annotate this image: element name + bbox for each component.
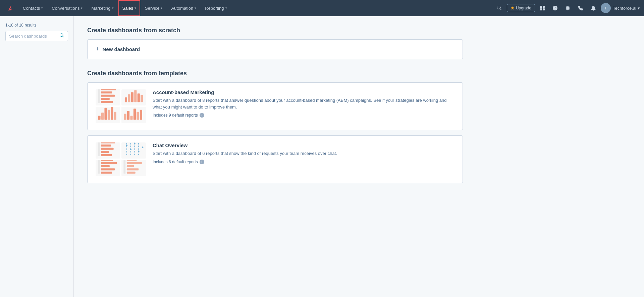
svg-rect-16 bbox=[141, 95, 143, 102]
svg-rect-48 bbox=[101, 172, 112, 174]
scratch-section-title: Create dashboards from scratch bbox=[87, 27, 463, 34]
abm-template-desc: Start with a dashboard of 8 reports that… bbox=[153, 97, 454, 110]
main-layout: 1-18 of 18 results Create dashboards fro… bbox=[0, 16, 644, 297]
svg-rect-33 bbox=[101, 154, 112, 156]
chevron-down-icon: ▾ bbox=[135, 6, 136, 10]
abm-template-name: Account-based Marketing bbox=[153, 89, 454, 95]
marketplace-icon[interactable] bbox=[537, 3, 548, 13]
svg-rect-20 bbox=[108, 110, 110, 120]
abm-chart-preview bbox=[96, 89, 146, 123]
svg-rect-8 bbox=[101, 98, 110, 100]
svg-point-40 bbox=[130, 148, 131, 150]
nav-service[interactable]: Service ▾ bbox=[141, 0, 166, 16]
svg-rect-47 bbox=[101, 168, 115, 170]
chevron-down-icon: ▾ bbox=[638, 6, 640, 11]
svg-rect-4 bbox=[543, 8, 545, 10]
chevron-down-icon: ▾ bbox=[225, 6, 227, 10]
svg-point-42 bbox=[138, 151, 140, 152]
svg-rect-51 bbox=[127, 162, 142, 164]
svg-rect-44 bbox=[101, 160, 113, 161]
svg-rect-46 bbox=[101, 165, 110, 167]
nav-reporting[interactable]: Reporting ▾ bbox=[201, 0, 231, 16]
svg-rect-25 bbox=[130, 116, 132, 120]
svg-rect-18 bbox=[101, 113, 104, 120]
svg-rect-9 bbox=[101, 101, 113, 103]
svg-rect-12 bbox=[128, 94, 130, 102]
svg-point-41 bbox=[134, 142, 136, 144]
chevron-down-icon: ▾ bbox=[112, 6, 114, 10]
search-icon[interactable] bbox=[60, 33, 64, 39]
plus-icon: + bbox=[96, 46, 99, 53]
svg-rect-32 bbox=[101, 151, 109, 153]
svg-rect-24 bbox=[127, 111, 129, 120]
svg-rect-53 bbox=[127, 168, 139, 170]
svg-rect-31 bbox=[101, 148, 114, 150]
chevron-down-icon: ▾ bbox=[195, 6, 196, 10]
svg-rect-19 bbox=[104, 108, 107, 120]
chevron-down-icon: ▾ bbox=[81, 6, 83, 10]
svg-rect-11 bbox=[125, 97, 127, 102]
svg-rect-1 bbox=[540, 6, 542, 8]
phone-icon[interactable] bbox=[575, 3, 586, 13]
chat-chart-mini-1 bbox=[96, 142, 120, 159]
search-box bbox=[5, 31, 68, 41]
svg-rect-7 bbox=[101, 95, 115, 97]
top-navigation: Contacts ▾ Conversations ▾ Marketing ▾ S… bbox=[0, 0, 644, 16]
svg-rect-49 bbox=[98, 160, 100, 173]
nav-sales[interactable]: Sales ▾ bbox=[118, 0, 141, 16]
svg-rect-29 bbox=[101, 142, 115, 143]
avatar[interactable]: T bbox=[601, 3, 611, 13]
svg-rect-15 bbox=[138, 93, 140, 102]
user-name-label[interactable]: Techforce.ai ▾ bbox=[613, 6, 640, 11]
nav-automation[interactable]: Automation ▾ bbox=[167, 0, 200, 16]
nav-right-actions: Upgrade T Techforce.ai ▾ bbox=[494, 3, 640, 13]
result-count: 1-18 of 18 results bbox=[5, 23, 68, 28]
main-content: Create dashboards from scratch + New das… bbox=[74, 16, 476, 297]
help-icon[interactable] bbox=[550, 3, 560, 13]
chart-mini-4 bbox=[121, 107, 146, 123]
info-icon[interactable]: i bbox=[200, 113, 204, 118]
abm-template-reports: Includes 9 default reports i bbox=[153, 113, 454, 118]
search-input[interactable] bbox=[9, 34, 57, 39]
nav-contacts[interactable]: Contacts ▾ bbox=[19, 0, 47, 16]
svg-rect-22 bbox=[114, 112, 116, 120]
svg-rect-30 bbox=[101, 144, 111, 146]
chat-template-info: Chat Overview Start with a dashboard of … bbox=[153, 142, 454, 164]
svg-point-43 bbox=[142, 146, 144, 148]
svg-rect-23 bbox=[124, 114, 126, 120]
svg-rect-50 bbox=[127, 160, 137, 161]
chevron-down-icon: ▾ bbox=[161, 6, 162, 10]
chat-chart-preview bbox=[96, 142, 146, 176]
abm-template-info: Account-based Marketing Start with a das… bbox=[153, 89, 454, 118]
chat-template-name: Chat Overview bbox=[153, 142, 454, 148]
nav-conversations[interactable]: Conversations ▾ bbox=[48, 0, 87, 16]
template-card-chat[interactable]: Chat Overview Start with a dashboard of … bbox=[87, 135, 463, 183]
templates-section: Create dashboards from templates bbox=[87, 70, 463, 183]
settings-icon[interactable] bbox=[562, 3, 573, 13]
chat-chart-mini-3 bbox=[96, 160, 120, 176]
svg-rect-6 bbox=[101, 91, 112, 93]
chat-template-desc: Start with a dashboard of 6 reports that… bbox=[153, 150, 454, 157]
chart-mini-3 bbox=[96, 107, 120, 123]
chat-chart-mini-2 bbox=[121, 142, 146, 159]
svg-rect-52 bbox=[127, 165, 134, 167]
svg-rect-27 bbox=[137, 112, 139, 120]
chat-template-reports: Includes 6 default reports i bbox=[153, 160, 454, 164]
svg-rect-55 bbox=[123, 160, 125, 173]
chevron-down-icon: ▾ bbox=[41, 6, 43, 10]
search-icon-button[interactable] bbox=[494, 3, 505, 13]
info-icon[interactable]: i bbox=[200, 160, 204, 164]
svg-rect-54 bbox=[127, 172, 136, 174]
svg-point-39 bbox=[126, 144, 127, 146]
chat-chart-mini-4 bbox=[121, 160, 146, 176]
new-dashboard-card[interactable]: + New dashboard bbox=[87, 39, 463, 59]
notifications-icon[interactable] bbox=[588, 3, 599, 13]
svg-rect-21 bbox=[111, 107, 113, 120]
nav-marketing[interactable]: Marketing ▾ bbox=[87, 0, 117, 16]
template-card-abm[interactable]: Account-based Marketing Start with a das… bbox=[87, 82, 463, 130]
hubspot-logo[interactable] bbox=[4, 3, 15, 13]
svg-rect-3 bbox=[540, 8, 542, 10]
svg-rect-10 bbox=[98, 89, 100, 103]
chart-mini-1 bbox=[96, 89, 120, 105]
upgrade-button[interactable]: Upgrade bbox=[507, 4, 535, 12]
